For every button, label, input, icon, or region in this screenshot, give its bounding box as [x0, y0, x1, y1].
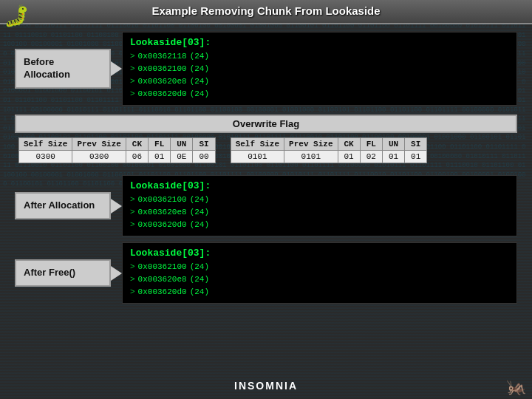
terminal-header-after-alloc: Lookaside[03]: [130, 180, 509, 191]
cell-prev-size-after: 0101 [284, 151, 338, 163]
cell-fl-after: 02 [360, 151, 382, 163]
table-row-before: 0300 0300 06 01 0E 00 [19, 151, 216, 163]
before-allocation-label: Before Allocation [15, 49, 111, 89]
after-allocation-row: After Allocation Lookaside[03]: > 0x0036… [15, 175, 517, 236]
after-free-line-2: > 0x003620e8 (24) [130, 273, 509, 286]
table-row-after: 0101 0101 01 02 01 01 [231, 151, 427, 163]
cell-ck-before: 06 [126, 151, 148, 163]
terminal-header-before: Lookaside[03]: [130, 37, 509, 48]
tables-row: Self Size Prev Size CK FL UN SI 0300 030… [15, 137, 517, 163]
bottom-sections: After Allocation Lookaside[03]: > 0x0036… [15, 175, 517, 304]
col-self-size-before: Self Size [19, 138, 72, 151]
footer-text: INSOMNIA [234, 380, 298, 392]
col-si-before: SI [193, 138, 215, 151]
after-free-line-1: > 0x00362100 (24) [130, 261, 509, 273]
col-un-before: UN [171, 138, 193, 151]
before-allocation-arrow [111, 61, 122, 76]
terminal-line-1: > 0x00362118 (24) [130, 50, 509, 63]
col-self-size-after: Self Size [231, 138, 284, 151]
overwrite-section: Overwrite Flag Self Size Prev Size CK FL… [15, 115, 517, 163]
cell-fl-before: 01 [149, 151, 171, 163]
after-alloc-line-2: > 0x003620e8 (24) [130, 206, 509, 219]
terminal-header-after-free: Lookaside[03]: [130, 248, 509, 259]
page-title: Example Removing Chunk From Lookaside [151, 4, 380, 17]
terminal-line-2: > 0x00362100 (24) [130, 63, 509, 75]
after-alloc-line-3: > 0x003620d0 (24) [130, 219, 509, 231]
overwrite-flag-header: Overwrite Flag [15, 115, 517, 133]
before-allocation-row: Before Allocation Lookaside[03]: > 0x003… [15, 32, 517, 106]
after-free-line-3: > 0x003620d0 (24) [130, 286, 509, 299]
cell-un-after: 01 [382, 151, 404, 163]
terminal-line-4: > 0x003620d0 (24) [130, 88, 509, 100]
col-ck-before: CK [126, 138, 148, 151]
before-allocation-terminal: Lookaside[03]: > 0x00362118 (24) > 0x003… [122, 32, 517, 106]
after-allocation-label: After Allocation [15, 192, 111, 219]
col-fl-before: FL [149, 138, 171, 151]
cell-si-before: 00 [193, 151, 215, 163]
bug-decoration-bottom: 🦗 [506, 378, 526, 398]
after-free-row: After Free() Lookaside[03]: > 0x00362100… [15, 242, 517, 304]
col-fl-after: FL [360, 138, 382, 151]
bug-decoration-top: 🐛 [4, 4, 30, 29]
col-prev-size-before: Prev Size [72, 138, 126, 151]
footer: INSOMNIA [0, 380, 532, 393]
cell-self-size-after: 0101 [231, 151, 284, 163]
terminal-line-3: > 0x003620e8 (24) [130, 75, 509, 88]
cell-self-size-before: 0300 [19, 151, 72, 163]
chunk-table-before: Self Size Prev Size CK FL UN SI 0300 030… [18, 137, 216, 163]
col-si-after: SI [405, 138, 427, 151]
cell-un-before: 0E [171, 151, 193, 163]
after-free-terminal: Lookaside[03]: > 0x00362100 (24) > 0x003… [122, 242, 517, 304]
col-ck-after: CK [338, 138, 360, 151]
after-alloc-line-1: > 0x00362100 (24) [130, 194, 509, 206]
cell-prev-size-before: 0300 [72, 151, 126, 163]
after-free-label: After Free() [15, 259, 111, 287]
col-un-after: UN [382, 138, 404, 151]
cell-ck-after: 01 [338, 151, 360, 163]
cell-si-after: 01 [405, 151, 427, 163]
chunk-table-after: Self Size Prev Size CK FL UN SI 0101 010… [231, 137, 428, 163]
title-bar: Example Removing Chunk From Lookaside [0, 0, 532, 24]
after-free-arrow [111, 266, 122, 281]
col-prev-size-after: Prev Size [284, 138, 338, 151]
after-allocation-terminal: Lookaside[03]: > 0x00362100 (24) > 0x003… [122, 175, 517, 236]
after-allocation-arrow [111, 199, 122, 214]
